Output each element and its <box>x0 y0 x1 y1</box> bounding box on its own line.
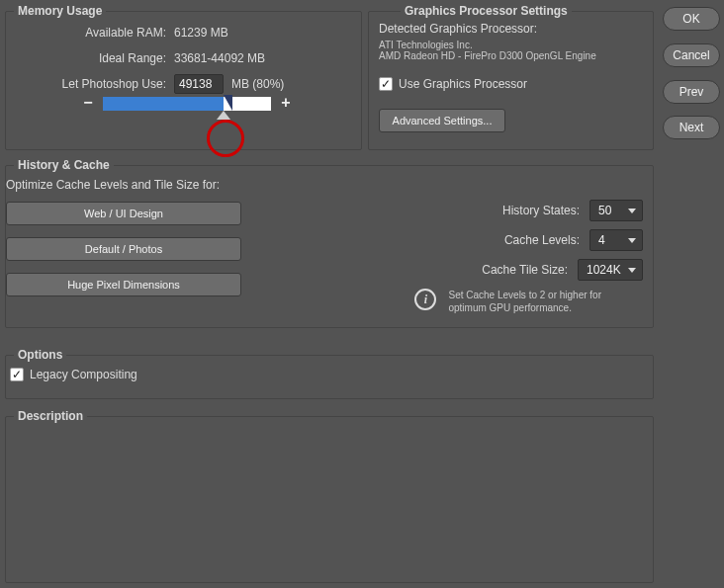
photoshop-use-input[interactable] <box>174 74 224 94</box>
optimize-label: Optimize Cache Levels and Tile Size for: <box>6 178 263 192</box>
cache-hint-line2: optimum GPU performance. <box>448 301 601 314</box>
increase-icon[interactable]: + <box>279 97 293 111</box>
description-title: Description <box>14 409 87 423</box>
cancel-button[interactable]: Cancel <box>663 43 720 67</box>
options-title: Options <box>14 348 66 362</box>
prev-button[interactable]: Prev <box>663 80 720 104</box>
photoshop-use-suffix: MB (80%) <box>231 77 284 91</box>
preset-huge-button[interactable]: Huge Pixel Dimensions <box>6 273 241 296</box>
memory-slider-fill <box>103 97 224 111</box>
preset-default-button[interactable]: Default / Photos <box>6 237 241 261</box>
history-cache-title: History & Cache <box>14 158 114 172</box>
history-states-dropdown[interactable]: 50 <box>589 200 643 221</box>
next-button[interactable]: Next <box>663 116 720 139</box>
cache-hint-line1: Set Cache Levels to 2 or higher for <box>448 289 601 301</box>
decrease-icon[interactable]: − <box>81 97 95 111</box>
gpu-settings-title: Graphics Processor Settings <box>401 4 572 18</box>
cache-tile-dropdown[interactable]: 1024K <box>578 259 643 281</box>
history-states-label: History States: <box>502 204 580 217</box>
cache-tile-label: Cache Tile Size: <box>482 263 568 277</box>
use-gpu-checkbox[interactable]: ✓ <box>379 77 393 91</box>
legacy-compositing-label: Legacy Compositing <box>30 368 137 381</box>
preset-web-button[interactable]: Web / UI Design <box>6 202 241 225</box>
memory-slider-marker <box>224 95 232 111</box>
ideal-range-value: 33681-44092 MB <box>174 51 265 65</box>
legacy-compositing-checkbox[interactable]: ✓ <box>10 368 24 381</box>
ok-button[interactable]: OK <box>663 7 720 31</box>
ideal-range-label: Ideal Range: <box>16 51 174 65</box>
cache-levels-label: Cache Levels: <box>504 233 580 247</box>
info-icon: i <box>414 289 436 310</box>
detected-gpu-label: Detected Graphics Processor: <box>379 22 643 36</box>
gpu-device: AMD Radeon HD - FirePro D300 OpenGL Engi… <box>379 50 643 61</box>
gpu-vendor: ATI Technologies Inc. <box>379 40 643 50</box>
memory-usage-title: Memory Usage <box>14 4 106 18</box>
photoshop-use-label: Let Photoshop Use: <box>16 77 174 91</box>
available-ram-value: 61239 MB <box>174 26 228 40</box>
use-gpu-label: Use Graphics Processor <box>399 77 527 91</box>
memory-slider-handle[interactable] <box>217 111 230 120</box>
advanced-settings-button[interactable]: Advanced Settings... <box>379 109 505 132</box>
memory-slider[interactable] <box>103 97 271 111</box>
available-ram-label: Available RAM: <box>16 26 174 40</box>
cache-levels-dropdown[interactable]: 4 <box>589 229 643 251</box>
